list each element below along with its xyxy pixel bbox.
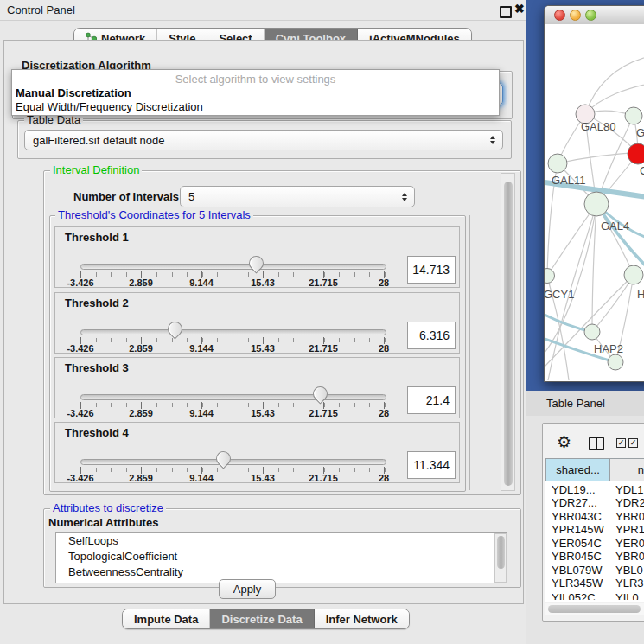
column-header-name[interactable]: na [609,458,644,481]
interval-vertical-scrollbar[interactable] [501,173,515,491]
thresholds-group-label: Threshold's Coordinates for 5 Intervals [55,209,253,221]
table-cell[interactable]: YBR0 [615,510,644,523]
threshold-2-label: Threshold 2 [65,296,129,309]
algorithm-placeholder: Select algorithm to view settings [12,73,499,86]
attributes-listbox: SelfLoops TopologicalCoefficient Between… [55,532,507,583]
threshold-1-panel: Threshold 1 -3.426 2.859 9.144 15.43 21.… [54,226,460,288]
tick-marks [80,402,386,409]
table-cell[interactable]: YDR27... [552,496,597,509]
node-label-gal80: GAL80 [581,120,615,133]
table-cell[interactable]: YBR045C [552,550,602,563]
node-gcy1[interactable] [545,269,555,284]
table-cell[interactable]: YDL19... [552,483,596,496]
table-cell[interactable]: YLR345W [552,577,603,590]
node-label-clipped: GA [636,126,644,139]
table-horizontal-scrollbar[interactable] [545,603,644,615]
tab-infer-network[interactable]: Infer Network [315,609,409,628]
table-cell[interactable]: YLR3 [615,577,644,590]
threshold-3-label: Threshold 3 [65,361,129,374]
scrollbar-thumb[interactable] [548,605,641,613]
tick-marks [80,467,386,474]
checkbox-icon[interactable]: ✓ [628,438,638,448]
threshold-3-slider-thumb[interactable] [309,383,330,404]
network-view-window: GAL80 GA C GAL11 GAL4 GCY1 H HAP2 [544,5,644,382]
interval-definition-label: Interval Definition [50,164,142,176]
network-window-titlebar[interactable] [545,6,644,25]
application-window: Control Panel ✖ Network Style Select Cyn… [0,0,644,644]
node[interactable] [608,354,623,370]
table-cell[interactable]: YDR2 [615,496,644,509]
number-of-intervals-label: Number of Intervals [73,190,179,203]
threshold-1-slider-track[interactable] [80,264,386,270]
node-label-gcy1: GCY1 [545,288,574,301]
table-cell[interactable]: YBR043C [552,510,602,523]
list-item-betweennesscentrality[interactable]: BetweennessCentrality [56,564,507,580]
network-graph [545,24,644,381]
number-of-intervals-value: 5 [188,190,194,203]
threshold-1-slider-thumb[interactable] [245,252,266,273]
scrollbar-thumb[interactable] [497,536,505,569]
table-cell[interactable]: YPR1 [615,523,644,536]
node-hap2[interactable] [584,324,600,340]
close-icon[interactable]: ✖ [514,2,525,16]
algorithm-dropdown-popup: Select algorithm to view settings Manual… [11,69,500,116]
node-label-hap2: HAP2 [594,342,623,355]
threshold-4-slider-thumb[interactable] [213,448,233,469]
table-data-label: Table Data [24,114,83,126]
gear-icon[interactable]: ⚙ [557,434,571,450]
threshold-2-slider-track[interactable] [80,329,386,335]
node-gal11[interactable] [548,154,567,173]
table-cell[interactable]: YPR145W [552,523,604,536]
table-cell[interactable]: YBR0 [615,550,644,563]
threshold-4-value-field[interactable]: 11.344 [407,451,456,479]
attributes-scrollbar[interactable] [494,533,507,583]
tab-impute-data[interactable]: Impute Data [123,609,210,628]
attributes-group-label: Attributes to discretize [50,502,166,514]
table-data-value: galFiltered.sif default node [33,134,164,147]
table-data-combobox[interactable]: galFiltered.sif default node [24,130,503,150]
apply-button[interactable]: Apply [219,579,276,599]
control-panel-titlebar [0,0,526,21]
threshold-3-slider-track[interactable] [80,394,386,400]
combo-stepper-icon [402,193,407,201]
threshold-4-label: Threshold 4 [65,426,129,439]
column-layout-icon[interactable] [589,437,604,450]
list-item-topologicalcoefficient[interactable]: TopologicalCoefficient [56,549,507,564]
list-item-selfloops[interactable]: SelfLoops [56,533,507,549]
column-header-shared[interactable]: shared... [545,458,610,481]
node-gal4[interactable] [584,192,609,216]
threshold-3-value-field[interactable]: 21.4 [407,386,456,414]
numerical-attributes-label: Numerical Attributes [48,516,158,529]
combo-stepper-icon [490,136,495,144]
number-of-intervals-combobox[interactable]: 5 [180,186,415,207]
table-cell[interactable]: YDL1 [615,483,644,496]
dropdown-option-manual[interactable]: Manual Discretization [16,86,131,99]
float-window-icon[interactable] [500,6,512,18]
node-selected-red[interactable] [628,143,644,164]
table-cell[interactable]: YER054C [552,537,602,550]
threshold-2-panel: Threshold 2 -3.426 2.859 9.144 15.43 21.… [54,292,460,354]
node[interactable] [624,265,643,284]
threshold-2-value-field[interactable]: 6.316 [407,322,456,349]
threshold-4-panel: Threshold 4 -3.426 2.859 9.144 15.43 21.… [54,422,460,483]
scroll-viewport-border [469,215,470,490]
threshold-1-value-field[interactable]: 14.713 [407,256,456,284]
dropdown-option-equal-width[interactable]: Equal Width/Frequency Discretization [16,100,203,113]
scrollbar-thumb[interactable] [504,182,513,486]
threshold-1-label: Threshold 1 [65,231,129,244]
control-panel-title: Control Panel [7,3,75,16]
table-cell[interactable]: YBL0 [615,564,643,577]
table-cell[interactable]: YBL079W [552,564,603,577]
close-traffic-light-icon[interactable] [554,10,565,21]
network-canvas[interactable]: GAL80 GA C GAL11 GAL4 GCY1 H HAP2 [545,24,644,381]
checkbox-icon[interactable]: ✓ [616,438,626,448]
zoom-traffic-light-icon[interactable] [585,10,596,21]
minimize-traffic-light-icon[interactable] [570,10,581,21]
tick-marks [80,271,386,278]
threshold-2-slider-thumb[interactable] [164,318,185,339]
table-cell[interactable]: YER0 [615,537,644,550]
threshold-4-slider-track[interactable] [80,459,386,465]
node-label-gal4: GAL4 [601,220,629,233]
node[interactable] [625,107,642,124]
tab-discretize-data[interactable]: Discretize Data [210,609,314,628]
